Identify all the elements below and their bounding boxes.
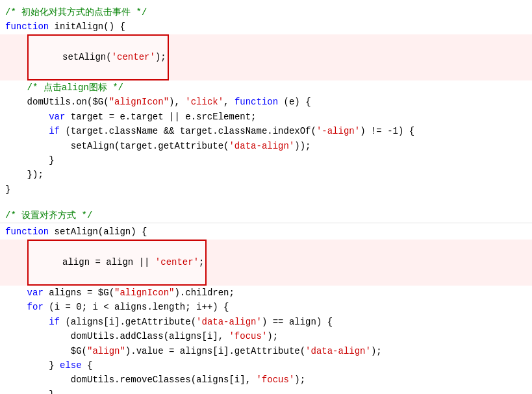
code-text: setAlign(target.getAttribute(	[5, 139, 229, 153]
code-text: }	[5, 182, 10, 197]
string-literal: "alignIcon"	[109, 95, 169, 109]
code-text: }	[5, 388, 55, 394]
code-text: $G(	[5, 344, 87, 358]
keyword: var	[27, 286, 44, 300]
code-line: /* 初始化对其方式的点击事件 */	[0, 5, 532, 19]
code-text: (i = 0; i < aligns.length; i++) {	[44, 300, 229, 314]
code-text: target = e.target || e.srcElement;	[65, 110, 256, 124]
code-text: (target.className && target.className.in…	[60, 124, 316, 138]
code-line: if (aligns[i].getAttribute('data-align')…	[0, 315, 532, 329]
code-text: }	[5, 153, 55, 167]
code-line: }	[0, 153, 532, 167]
code-line: } else {	[0, 358, 532, 373]
keyword: if	[49, 124, 60, 138]
code-text	[5, 286, 27, 300]
code-line: domUtils.addClass(aligns[i], 'focus');	[0, 329, 532, 343]
code-text: ));	[294, 139, 310, 153]
code-text: setAlign(	[62, 52, 112, 62]
keyword: if	[49, 315, 60, 329]
code-line: domUtils.removeClasses(aligns[i], 'focus…	[0, 373, 532, 387]
code-text: {	[82, 358, 93, 373]
code-text	[5, 80, 27, 95]
code-text: );	[155, 52, 166, 62]
code-line: function initAlign() {	[0, 19, 532, 34]
code-text: ).children;	[174, 286, 234, 300]
code-text: (e) {	[278, 95, 310, 109]
comment: /* 设置对齐方式 */	[5, 208, 92, 223]
code-line: $G("align").value = aligns[i].getAttribu…	[0, 344, 532, 358]
keyword: var	[49, 110, 65, 124]
code-text	[5, 110, 49, 124]
code-line: var aligns = $G("alignIcon").children;	[0, 286, 532, 300]
code-line-highlighted: align = align || 'center';	[0, 240, 532, 286]
code-text: );	[371, 344, 382, 358]
string-literal: 'focus'	[256, 373, 294, 387]
string-literal: "alignIcon"	[114, 286, 174, 300]
code-line: }	[0, 182, 532, 197]
code-text: );	[267, 329, 278, 343]
string-literal: 'data-align'	[305, 344, 371, 358]
code-indent	[5, 50, 27, 64]
code-line: });	[0, 167, 532, 182]
code-line-highlighted: setAlign('center');	[0, 34, 532, 80]
code-line: setAlign(target.getAttribute('data-align…	[0, 139, 532, 153]
code-line: var target = e.target || e.srcElement;	[0, 110, 532, 124]
code-line: }	[0, 388, 532, 394]
keyword: function	[5, 19, 49, 34]
code-text: ) != -1) {	[360, 124, 414, 138]
code-text: domUtils.addClass(aligns[i],	[5, 329, 229, 343]
highlighted-code: setAlign('center');	[27, 34, 169, 80]
code-text: aligns = $G(	[44, 286, 114, 300]
string-literal: 'data-align'	[229, 139, 294, 153]
code-indent	[5, 255, 27, 269]
code-line: domUtils.on($G("alignIcon"), 'click', fu…	[0, 95, 532, 109]
code-text: setAlign(align) {	[49, 225, 147, 239]
code-text: align = align ||	[62, 257, 155, 267]
keyword: for	[27, 300, 44, 314]
code-text: });	[5, 167, 44, 182]
code-text: ,	[223, 95, 234, 109]
string-literal: 'click'	[185, 95, 223, 109]
keyword: function	[5, 225, 49, 239]
string-literal: "align"	[87, 344, 125, 358]
code-text: ;	[199, 257, 204, 267]
code-text: ),	[169, 95, 185, 109]
comment: /* 初始化对其方式的点击事件 */	[5, 5, 147, 19]
keyword: else	[60, 358, 82, 373]
code-line: if (target.className && target.className…	[0, 124, 532, 138]
code-line: /* 设置对齐方式 */	[0, 208, 532, 223]
string-literal: 'data-align'	[196, 315, 262, 329]
comment: /* 点击align图标 */	[27, 80, 123, 95]
section-gap	[0, 197, 532, 208]
keyword: function	[234, 95, 278, 109]
code-text	[5, 124, 49, 138]
code-text	[5, 300, 27, 314]
code-editor: /* 初始化对其方式的点击事件 */ function initAlign() …	[0, 0, 532, 394]
code-text: (aligns[i].getAttribute(	[60, 315, 196, 329]
code-text: );	[294, 373, 305, 387]
code-text: ) == align) {	[262, 315, 333, 329]
code-text: initAlign() {	[49, 19, 125, 34]
string-literal: 'center'	[112, 52, 155, 62]
code-line: for (i = 0; i < aligns.length; i++) {	[0, 300, 532, 314]
code-text: }	[5, 358, 60, 373]
string-literal: 'center'	[155, 257, 199, 267]
code-text: domUtils.removeClasses(aligns[i],	[5, 373, 256, 387]
code-line: function setAlign(align) {	[0, 225, 532, 239]
string-literal: 'focus'	[229, 329, 267, 343]
code-text: ).value = aligns[i].getAttribute(	[125, 344, 305, 358]
code-text	[5, 315, 49, 329]
string-literal: '-align'	[316, 124, 360, 138]
code-line: /* 点击align图标 */	[0, 80, 532, 95]
highlighted-code: align = align || 'center';	[27, 240, 207, 286]
code-text: domUtils.on($G(	[5, 95, 109, 109]
